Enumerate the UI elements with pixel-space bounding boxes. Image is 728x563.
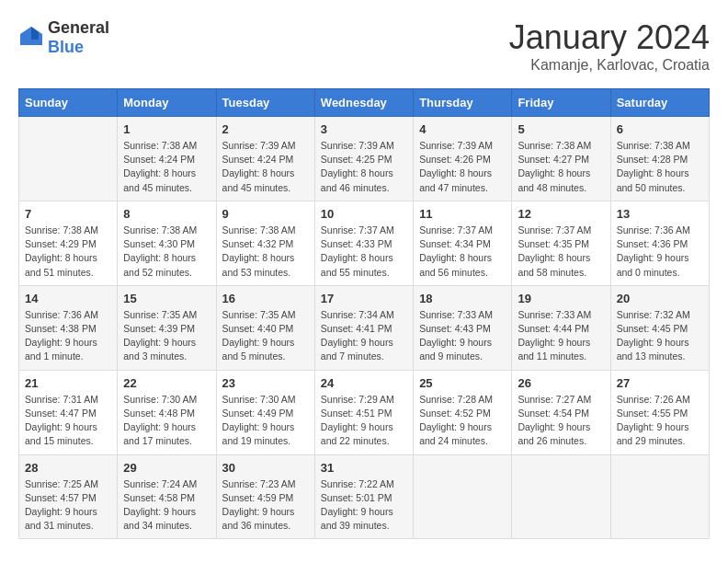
calendar-cell [512,454,610,539]
day-number: 2 [222,122,309,136]
day-info: Sunrise: 7:24 AMSunset: 4:58 PMDaylight:… [123,477,210,534]
day-info: Sunrise: 7:39 AMSunset: 4:24 PMDaylight:… [222,139,309,195]
week-row-4: 21Sunrise: 7:31 AMSunset: 4:47 PMDayligh… [19,370,710,454]
day-info: Sunrise: 7:38 AMSunset: 4:30 PMDaylight:… [123,224,210,280]
day-info: Sunrise: 7:30 AMSunset: 4:48 PMDaylight:… [123,393,210,449]
day-info: Sunrise: 7:35 AMSunset: 4:40 PMDaylight:… [222,308,309,364]
day-number: 8 [123,207,210,221]
day-number: 28 [25,461,111,475]
day-info: Sunrise: 7:26 AMSunset: 4:55 PMDaylight:… [617,393,703,449]
day-number: 31 [321,461,407,475]
calendar-cell: 1Sunrise: 7:38 AMSunset: 4:24 PMDaylight… [118,117,216,201]
day-number: 25 [419,376,506,390]
day-number: 4 [419,122,506,136]
calendar-cell: 21Sunrise: 7:31 AMSunset: 4:47 PMDayligh… [19,370,118,454]
day-info: Sunrise: 7:38 AMSunset: 4:32 PMDaylight:… [222,224,309,280]
day-number: 22 [123,376,210,390]
logo-icon [18,25,44,51]
calendar-cell: 31Sunrise: 7:22 AMSunset: 5:01 PMDayligh… [314,454,413,539]
logo-general-text: General [48,18,109,37]
calendar-cell: 22Sunrise: 7:30 AMSunset: 4:48 PMDayligh… [118,370,216,454]
day-info: Sunrise: 7:27 AMSunset: 4:54 PMDaylight:… [518,393,604,449]
calendar-cell: 4Sunrise: 7:39 AMSunset: 4:26 PMDaylight… [414,117,512,201]
day-info: Sunrise: 7:23 AMSunset: 4:59 PMDaylight:… [222,477,309,534]
logo: General Blue [18,18,109,57]
day-number: 6 [617,122,703,136]
calendar-cell: 11Sunrise: 7:37 AMSunset: 4:34 PMDayligh… [414,201,512,285]
calendar-cell [19,117,118,201]
calendar-cell [414,454,512,539]
day-number: 21 [25,376,111,390]
header: General Blue January 2024 Kamanje, Karlo… [18,18,710,74]
day-info: Sunrise: 7:33 AMSunset: 4:43 PMDaylight:… [419,308,506,364]
calendar-cell: 19Sunrise: 7:33 AMSunset: 4:44 PMDayligh… [512,285,610,370]
day-info: Sunrise: 7:36 AMSunset: 4:36 PMDaylight:… [617,224,703,280]
week-row-1: 1Sunrise: 7:38 AMSunset: 4:24 PMDaylight… [19,117,710,201]
day-info: Sunrise: 7:38 AMSunset: 4:29 PMDaylight:… [25,224,111,280]
day-header-monday: Monday [118,89,216,117]
day-header-wednesday: Wednesday [314,89,413,117]
day-header-sunday: Sunday [19,89,118,117]
day-number: 12 [518,207,604,221]
svg-rect-2 [28,40,35,45]
day-number: 23 [222,376,309,390]
day-info: Sunrise: 7:25 AMSunset: 4:57 PMDaylight:… [25,477,111,534]
calendar-cell: 23Sunrise: 7:30 AMSunset: 4:49 PMDayligh… [216,370,314,454]
day-info: Sunrise: 7:31 AMSunset: 4:47 PMDaylight:… [25,393,111,449]
day-number: 3 [321,122,407,136]
week-row-3: 14Sunrise: 7:36 AMSunset: 4:38 PMDayligh… [19,285,710,370]
day-info: Sunrise: 7:36 AMSunset: 4:38 PMDaylight:… [25,308,111,364]
day-header-saturday: Saturday [610,89,709,117]
calendar-cell: 2Sunrise: 7:39 AMSunset: 4:24 PMDaylight… [216,117,314,201]
day-number: 13 [617,207,703,221]
day-info: Sunrise: 7:34 AMSunset: 4:41 PMDaylight:… [321,308,407,364]
title-area: January 2024 Kamanje, Karlovac, Croatia [509,18,710,74]
day-number: 10 [321,207,407,221]
week-row-5: 28Sunrise: 7:25 AMSunset: 4:57 PMDayligh… [19,454,710,539]
day-info: Sunrise: 7:37 AMSunset: 4:34 PMDaylight:… [419,224,506,280]
days-header-row: SundayMondayTuesdayWednesdayThursdayFrid… [19,89,710,117]
day-number: 5 [518,122,604,136]
day-info: Sunrise: 7:29 AMSunset: 4:51 PMDaylight:… [321,393,407,449]
day-number: 26 [518,376,604,390]
day-number: 16 [222,292,309,305]
day-info: Sunrise: 7:22 AMSunset: 5:01 PMDaylight:… [321,477,407,534]
location-subtitle: Kamanje, Karlovac, Croatia [509,57,710,74]
day-header-tuesday: Tuesday [216,89,314,117]
calendar-cell: 24Sunrise: 7:29 AMSunset: 4:51 PMDayligh… [314,370,413,454]
day-info: Sunrise: 7:32 AMSunset: 4:45 PMDaylight:… [617,308,703,364]
calendar-cell: 10Sunrise: 7:37 AMSunset: 4:33 PMDayligh… [314,201,413,285]
month-title: January 2024 [509,18,710,57]
day-number: 30 [222,461,309,475]
calendar-cell: 26Sunrise: 7:27 AMSunset: 4:54 PMDayligh… [512,370,610,454]
day-number: 11 [419,207,506,221]
day-number: 27 [617,376,703,390]
calendar-cell: 28Sunrise: 7:25 AMSunset: 4:57 PMDayligh… [19,454,118,539]
day-info: Sunrise: 7:37 AMSunset: 4:35 PMDaylight:… [518,224,604,280]
calendar-cell: 3Sunrise: 7:39 AMSunset: 4:25 PMDaylight… [314,117,413,201]
day-info: Sunrise: 7:38 AMSunset: 4:28 PMDaylight:… [617,139,703,195]
day-info: Sunrise: 7:39 AMSunset: 4:26 PMDaylight:… [419,139,506,195]
day-number: 9 [222,207,309,221]
day-info: Sunrise: 7:30 AMSunset: 4:49 PMDaylight:… [222,393,309,449]
day-number: 15 [123,292,210,305]
day-header-thursday: Thursday [414,89,512,117]
calendar-cell: 6Sunrise: 7:38 AMSunset: 4:28 PMDaylight… [610,117,709,201]
calendar-cell: 5Sunrise: 7:38 AMSunset: 4:27 PMDaylight… [512,117,610,201]
calendar-cell: 9Sunrise: 7:38 AMSunset: 4:32 PMDaylight… [216,201,314,285]
calendar-cell: 20Sunrise: 7:32 AMSunset: 4:45 PMDayligh… [610,285,709,370]
logo-blue-text: Blue [48,38,84,56]
day-info: Sunrise: 7:28 AMSunset: 4:52 PMDaylight:… [419,393,506,449]
calendar-cell: 13Sunrise: 7:36 AMSunset: 4:36 PMDayligh… [610,201,709,285]
calendar-cell [610,454,709,539]
calendar-cell: 14Sunrise: 7:36 AMSunset: 4:38 PMDayligh… [19,285,118,370]
calendar-cell: 25Sunrise: 7:28 AMSunset: 4:52 PMDayligh… [414,370,512,454]
day-number: 17 [321,292,407,305]
day-number: 20 [617,292,703,305]
calendar-cell: 17Sunrise: 7:34 AMSunset: 4:41 PMDayligh… [314,285,413,370]
day-number: 18 [419,292,506,305]
day-info: Sunrise: 7:38 AMSunset: 4:27 PMDaylight:… [518,139,604,195]
calendar-table: SundayMondayTuesdayWednesdayThursdayFrid… [18,88,710,539]
svg-marker-1 [31,27,39,40]
week-row-2: 7Sunrise: 7:38 AMSunset: 4:29 PMDaylight… [19,201,710,285]
